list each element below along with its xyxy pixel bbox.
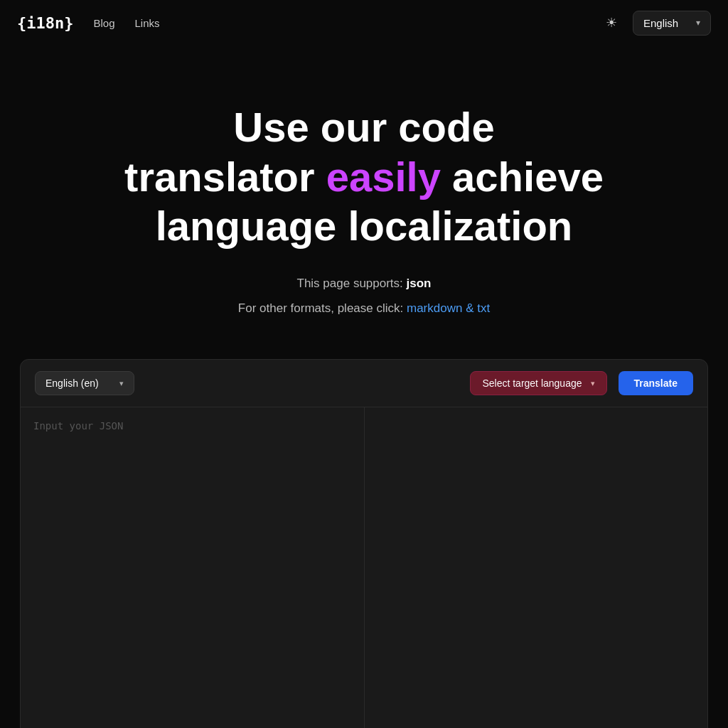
source-language-label: English (en) <box>46 378 99 389</box>
translate-button[interactable]: Translate <box>619 371 693 395</box>
hero-subtitle-formats: This page supports: json <box>297 274 432 293</box>
hero-title-part2: translator <box>124 154 326 200</box>
logo[interactable]: {i18n} <box>17 14 73 32</box>
language-selector[interactable]: English ▾ <box>633 11 711 36</box>
blog-link[interactable]: Blog <box>93 17 114 29</box>
input-pane <box>21 407 365 728</box>
navbar: {i18n} Blog Links ☀ English ▾ <box>0 0 728 46</box>
output-pane <box>365 407 708 728</box>
target-language-selector[interactable]: Select target language ▾ <box>470 371 606 395</box>
source-chevron-icon: ▾ <box>119 379 124 388</box>
translator-card: English (en) ▾ Select target language ▾ … <box>20 359 708 728</box>
hero-section: Use our code translator easily achieve l… <box>0 46 728 359</box>
hero-subtitle-other: For other formats, please click: markdow… <box>238 299 490 318</box>
links-link[interactable]: Links <box>135 17 160 29</box>
navbar-left: {i18n} Blog Links <box>17 14 160 32</box>
hero-title-part4: language localization <box>156 203 573 249</box>
hero-title: Use our code translator easily achieve l… <box>124 102 604 251</box>
json-input[interactable] <box>21 407 364 728</box>
subtitle2-prefix: For other formats, please click: <box>238 301 407 315</box>
target-chevron-icon: ▾ <box>591 379 595 388</box>
editor-area <box>21 407 707 728</box>
source-language-selector[interactable]: English (en) ▾ <box>35 371 134 395</box>
hero-title-part1: Use our code <box>233 104 494 150</box>
subtitle1-format: json <box>407 277 432 290</box>
chevron-down-icon: ▾ <box>696 18 700 28</box>
subtitle1-prefix: This page supports: <box>297 277 407 290</box>
hero-title-highlight: easily <box>326 154 441 200</box>
sun-icon: ☀ <box>606 15 617 31</box>
theme-toggle-button[interactable]: ☀ <box>599 10 624 36</box>
hero-title-part3: achieve <box>441 154 604 200</box>
target-language-label: Select target language <box>482 378 582 389</box>
translator-toolbar: English (en) ▾ Select target language ▾ … <box>21 360 707 407</box>
markdown-txt-link[interactable]: markdown & txt <box>407 301 490 315</box>
language-label: English <box>643 17 678 29</box>
navbar-right: ☀ English ▾ <box>599 10 711 36</box>
